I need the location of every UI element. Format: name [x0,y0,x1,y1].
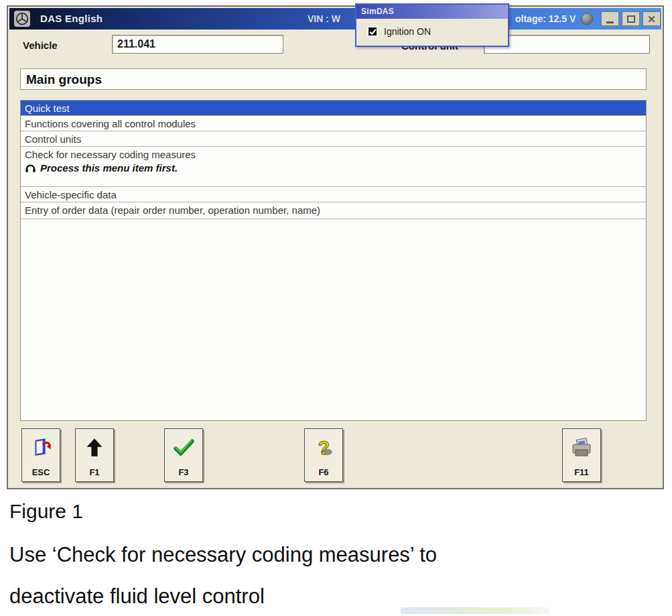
mercedes-star-icon [14,11,30,27]
f11-button[interactable]: F11 [562,428,601,482]
minimize-icon [606,21,614,23]
close-button[interactable]: ✕ [643,11,661,26]
note-line: Process this menu item first. [21,162,646,176]
list-item-functions-all-modules[interactable]: Functions covering all control modules [21,116,646,131]
simdas-popup: SimDAS Ignition ON [355,3,509,47]
ignition-on-label: Ignition ON [384,26,431,37]
svg-text:?: ? [318,437,330,458]
vin-text: VIN : W [308,13,340,24]
f11-label: F11 [574,467,589,477]
list-item-vehicle-specific-data[interactable]: Vehicle-specific data [21,187,646,202]
f6-button[interactable]: ? F6 [304,428,343,482]
main-groups-header: Main groups [20,68,647,90]
list-item-entry-order-data[interactable]: Entry of order data (repair order number… [21,202,646,219]
close-icon: ✕ [647,14,656,24]
simdas-popup-body: Ignition ON [356,19,508,37]
f6-label: F6 [318,467,328,477]
main-groups-list: Quick test Functions covering all contro… [20,100,647,421]
help-question-icon: ? [312,436,336,460]
mercedes-logo-box [11,9,33,28]
esc-label: ESC [32,467,50,477]
list-item-check-coding-measures[interactable]: Check for necessary coding measures Proc… [21,147,646,187]
f3-label: F3 [178,467,188,477]
vehicle-input[interactable]: 211.041 [112,35,283,54]
f3-button[interactable]: F3 [164,428,203,482]
minimize-button[interactable] [601,11,619,26]
figure-caption-line2: Use ‘Check for necessary coding measures… [9,543,437,567]
window-title: DAS English [40,13,103,24]
globe-icon [581,13,593,25]
das-window: DAS English VIN : W oltage: 12.5 V ✕ Veh… [7,5,664,489]
vehicle-label: Vehicle [23,40,58,51]
bottom-accent-strip [401,607,549,614]
note-text: Process this menu item first. [40,162,178,174]
figure-caption-title: Figure 1 [9,500,83,523]
ignition-on-checkbox[interactable] [367,26,378,37]
figure-caption-line3: deactivate fluid level control [9,584,265,609]
exit-door-icon [29,436,53,460]
maximize-icon [627,15,635,23]
maximize-button[interactable] [622,11,640,26]
checkmark-icon [369,29,377,35]
simdas-popup-titlebar[interactable]: SimDAS [356,5,508,19]
printer-icon [569,436,594,460]
esc-button[interactable]: ESC [21,428,60,482]
battery-voltage-text: oltage: 12.5 V [515,13,576,24]
green-check-icon [172,436,196,460]
list-item-control-units[interactable]: Control units [21,131,646,147]
f1-label: F1 [89,467,99,477]
f1-button[interactable]: F1 [75,428,114,482]
headset-icon [25,163,36,173]
titlebar: DAS English VIN : W oltage: 12.5 V ✕ [9,8,661,29]
list-item-quick-test[interactable]: Quick test [21,101,646,116]
up-arrow-icon [82,436,107,460]
